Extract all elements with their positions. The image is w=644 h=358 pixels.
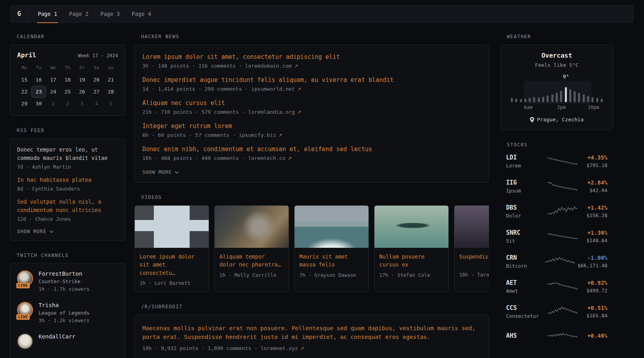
video-card[interactable]: Lorem ipsum dolor sit amet consectetu… 1… — [134, 205, 209, 292]
widget-title-twitch: TWITCH CHANNELS — [10, 253, 125, 258]
rss-show-more-button[interactable]: SHOW MORE — [17, 229, 54, 234]
page-tabs: Page 1 Page 2 Page 3 Page 4 — [37, 5, 152, 23]
external-link-icon[interactable]: ↗ — [294, 63, 298, 69]
calendar-day: 26 — [75, 86, 89, 98]
widget-title-calendar: CALENDAR — [10, 34, 125, 39]
story-meta: 6h · 60 points · 57 comments · ipsumify.… — [142, 132, 481, 138]
time-label: 10pm — [588, 105, 599, 110]
temp-bars — [511, 86, 603, 102]
twitch-channel[interactable]: LIVE Trisha League of Legends 3h · 1.2k … — [17, 302, 118, 323]
location-text: Prague, Czechia — [537, 117, 584, 123]
video-card[interactable]: Nullam posuere cursus ex 17h · Stefan Co… — [374, 205, 449, 292]
dow-label: Mo — [17, 65, 31, 70]
stock-price: $42.04 — [580, 187, 607, 193]
stock-sparkline — [547, 280, 578, 292]
stock-change: +2.84% — [580, 179, 607, 186]
stock-name: Sit — [506, 238, 545, 244]
story-title-link[interactable]: Aliquam nec cursus elit — [142, 99, 481, 107]
show-more-label: SHOW MORE — [17, 229, 47, 234]
stock-change: +0.51% — [580, 305, 607, 311]
videos-widget: VIDEOS Lorem ipsum dolor sit amet consec… — [134, 195, 489, 292]
external-link-icon[interactable]: ↗ — [297, 109, 301, 115]
news-story: Donec imperdiet augue tincidunt felis al… — [142, 76, 481, 92]
widget-title-subreddit: /R/SUBREDDIT — [134, 304, 489, 309]
show-more-label: SHOW MORE — [142, 169, 172, 175]
live-badge: LIVE — [16, 314, 30, 320]
stock-change: +4.35% — [580, 154, 607, 161]
stock-row[interactable]: CRNBitcorn -1.00%$66,171.48 — [500, 253, 613, 270]
rss-item-title[interactable]: In hac habitasse platea — [17, 176, 118, 184]
temp-bar — [587, 96, 589, 102]
weather-feels-like: Feels like 5°C — [507, 62, 607, 68]
chevron-down-icon — [175, 171, 179, 174]
channel-name: KendallCarr — [39, 333, 76, 340]
calendar-day: 22 — [17, 86, 31, 98]
stock-row[interactable]: AHS +0.46% — [500, 328, 613, 345]
stock-row[interactable]: DBSDolor +1.42%$156.28 — [500, 203, 613, 220]
temp-bar — [515, 99, 517, 102]
stock-row[interactable]: LDILorem +4.35%$795.18 — [500, 153, 613, 169]
calendar-day-headers: Mo Tu We Th Fr Sa Su — [17, 65, 118, 70]
temp-bar — [556, 93, 558, 102]
stock-change: +0.46% — [580, 333, 607, 339]
news-story: Aliquam nec cursus elit 21h · 710 points… — [142, 99, 481, 115]
calendar-day: 19 — [75, 74, 89, 86]
temp-peak-label: 9° — [563, 74, 569, 80]
stock-symbol: LDI — [506, 154, 545, 161]
stock-symbol: AET — [506, 279, 545, 286]
story-title-link[interactable]: Integer eget rutrum lorem — [142, 123, 481, 130]
video-card[interactable]: Aliquam tempor dolor nec pharetra… 1h · … — [214, 205, 289, 292]
stock-row[interactable]: AETAmet +0.92%$499.72 — [500, 278, 613, 295]
tab-page-3[interactable]: Page 3 — [100, 5, 121, 23]
widget-title-weather: WEATHER — [500, 34, 613, 39]
tab-page-2[interactable]: Page 2 — [68, 5, 89, 23]
temp-bar — [569, 89, 571, 102]
stock-row[interactable]: CCSConsectetur +0.51%$165.84 — [500, 303, 613, 320]
widget-title-stocks: STOCKS — [500, 142, 613, 148]
story-meta-text: 16h · 468 points · 440 comments · loremt… — [142, 155, 285, 161]
hackernews-show-more-button[interactable]: SHOW MORE — [142, 169, 179, 175]
stock-row[interactable]: IIGIpsum +2.84%$42.04 — [500, 178, 613, 195]
stock-row[interactable]: SNRCSit +1.36%$148.64 — [500, 228, 613, 245]
story-title-link[interactable]: Donec enim nibh, condimentum et accumsan… — [142, 146, 481, 153]
subreddit-widget: /R/SUBREDDIT Maecenas mollis pulvinar er… — [134, 304, 489, 358]
calendar-days-grid: 15 16 17 18 19 20 21 22 23 24 25 26 27 2… — [17, 74, 118, 110]
tab-page-1[interactable]: Page 1 — [37, 5, 58, 23]
middle-column: HACKER NEWS Lorem ipsum dolor sit amet, … — [134, 34, 489, 358]
stock-change: +1.42% — [580, 204, 607, 211]
twitch-channel[interactable]: LIVE ForrestBurton Counter-Strike 1h · 1… — [17, 270, 118, 292]
tab-page-4[interactable]: Page 4 — [131, 5, 152, 23]
stocks-list: LDILorem +4.35%$795.18 IIGIpsum +2.84%$4… — [500, 153, 613, 345]
stock-change: +1.36% — [580, 230, 607, 236]
video-meta: 17h · Stefan Cole — [379, 272, 444, 278]
temp-bar — [583, 94, 585, 102]
stock-symbol: IIG — [506, 179, 545, 186]
external-link-icon[interactable]: ↗ — [297, 86, 301, 92]
stock-name: Ipsum — [506, 188, 545, 194]
channel-game: League of Legends — [39, 310, 89, 316]
video-card[interactable]: Mauris sit amet massa felis 7h · Grayson… — [294, 205, 369, 292]
temp-bar — [533, 97, 535, 102]
stock-sparkline — [547, 331, 578, 342]
twitch-channel[interactable]: KendallCarr — [17, 333, 118, 349]
video-thumbnail — [374, 206, 448, 248]
external-link-icon[interactable]: ↗ — [279, 132, 283, 138]
rss-item-title[interactable]: Donec tempor eros leo, ut commodo mauris… — [17, 146, 118, 162]
video-card[interactable]: Suspendisse diam 18h · Tara — [454, 205, 489, 292]
stock-price: $499.72 — [580, 288, 607, 294]
external-link-icon[interactable]: ↗ — [288, 156, 292, 161]
rss-item-title[interactable]: Sed volutpat nulla nisl, a condimentum n… — [17, 198, 118, 214]
time-label: 2pm — [557, 105, 566, 110]
calendar-day: 29 — [17, 98, 31, 110]
dashboard-columns: CALENDAR April Week 17 · 2024 Mo Tu We T… — [0, 34, 644, 358]
dow-label: We — [46, 65, 60, 70]
external-link-icon[interactable]: ↗ — [300, 346, 304, 351]
temp-bar — [565, 87, 567, 102]
story-title-link[interactable]: Donec imperdiet augue tincidunt felis al… — [142, 76, 481, 84]
weather-card: Overcast Feels like 5°C 9° 6am 2pm 10pm … — [500, 45, 613, 130]
stock-price: $66,171.48 — [578, 263, 607, 268]
story-title-link[interactable]: Lorem ipsum dolor sit amet, consectetur … — [142, 53, 481, 60]
temp-bar — [574, 91, 576, 102]
post-title-link[interactable]: Maecenas mollis pulvinar erat non posuer… — [142, 324, 481, 342]
app-logo[interactable]: G — [10, 5, 29, 23]
